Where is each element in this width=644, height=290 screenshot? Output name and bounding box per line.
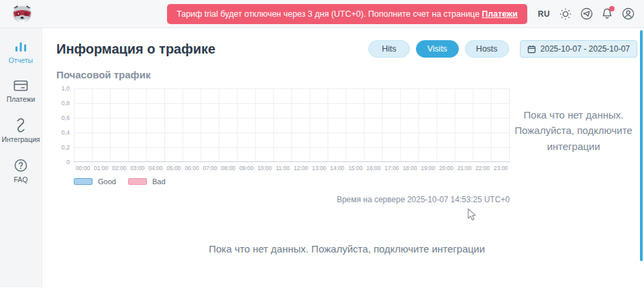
x-axis-tick: 08:00: [219, 165, 237, 171]
x-axis-tick: 11:00: [274, 165, 292, 171]
app-window: Тариф trial будет отключен через 3 дня (…: [0, 0, 644, 287]
sidebar-item-label: FAQ: [13, 175, 28, 184]
theme-sun-icon[interactable]: [559, 7, 572, 21]
x-axis-tick: 06:00: [183, 165, 201, 171]
legend-label: Bad: [152, 177, 166, 186]
telegram-icon[interactable]: [580, 7, 593, 21]
x-axis-tick: 09:00: [237, 165, 256, 171]
sidebar-item-reports[interactable]: Отчеты: [0, 40, 42, 64]
x-axis-tick: 07:00: [201, 165, 219, 171]
raccoon-logo-icon: [11, 4, 34, 24]
x-axis-tick: 17:00: [382, 165, 400, 171]
y-axis-ticks: 1,00,80,60,40,20: [56, 88, 74, 162]
legend-entry-bad: Bad: [128, 177, 166, 186]
page-body: Отчеты Платежи Интеграция: [0, 28, 644, 287]
x-axis-tick: 10:00: [256, 165, 274, 171]
chart-row: 1,00,80,60,40,20 00:0001:0002:0003:0004:…: [56, 88, 637, 204]
language-switcher[interactable]: RU: [537, 8, 551, 20]
tab-visits[interactable]: Visits: [416, 40, 459, 58]
x-axis-tick: 12:00: [292, 165, 310, 171]
raccoon-logo[interactable]: [11, 3, 34, 25]
account-icon[interactable]: [621, 7, 635, 21]
top-header: Тариф trial будет отключен через 3 дня (…: [0, 0, 644, 28]
bad-swatch: [128, 178, 147, 185]
legend-label: Good: [98, 177, 116, 186]
x-axis-tick: 05:00: [164, 165, 182, 171]
trial-warning-banner: Тариф trial будет отключен через 3 дня (…: [167, 4, 527, 24]
server-time: Время на сервере 2025-10-07 14:53:25 UTC…: [56, 195, 510, 204]
chart-legend: Good Bad: [74, 177, 510, 186]
sidebar-item-payments[interactable]: Платежи: [0, 79, 42, 103]
integration-link-icon: [13, 118, 28, 133]
sidebar-item-integration[interactable]: Интеграция: [0, 118, 42, 143]
x-axis-tick: 01:00: [92, 165, 110, 171]
hourly-traffic-chart: 1,00,80,60,40,20 00:0001:0002:0003:0004:…: [56, 88, 510, 204]
sidebar: Отчеты Платежи Интеграция: [0, 28, 42, 287]
vertical-scrollbar-thumb[interactable]: [640, 30, 643, 261]
question-circle-icon: [13, 158, 28, 173]
good-swatch: [74, 178, 93, 185]
x-axis-tick: 02:00: [110, 165, 128, 171]
sidebar-item-faq[interactable]: FAQ: [0, 158, 42, 184]
tab-hosts[interactable]: Hosts: [465, 40, 509, 58]
header-controls: RU: [537, 7, 635, 21]
legend-entry-good: Good: [74, 177, 116, 186]
chart-section-title: Почасовой трафик: [56, 69, 637, 80]
date-range-picker[interactable]: 2025-10-07 - 2025-10-07: [520, 40, 637, 58]
x-axis-tick: 03:00: [128, 165, 146, 171]
calendar-icon: [527, 45, 536, 54]
sidebar-item-label: Отчеты: [9, 56, 33, 64]
chart-empty-state: Пока что нет данных. Пожалуйста, подключ…: [510, 88, 637, 204]
x-axis-ticks: 00:0001:0002:0003:0004:0005:0006:0007:00…: [74, 165, 510, 171]
x-axis-tick: 22:00: [474, 165, 492, 171]
x-axis-tick: 14:00: [328, 165, 346, 171]
payment-card-icon: [13, 79, 29, 92]
page-title: Информация о трафике: [56, 42, 215, 57]
sidebar-item-label: Платежи: [7, 95, 36, 103]
x-axis-tick: 18:00: [401, 165, 419, 171]
notification-badge-dot: [609, 6, 614, 11]
banner-text: Тариф trial будет отключен через 3 дня (…: [176, 9, 482, 19]
metric-tabs: Hits Visits Hosts: [368, 40, 509, 58]
banner-payments-link[interactable]: Платежи: [482, 9, 517, 19]
empty-state-message: Пока что нет данных. Пожалуйста, подключ…: [511, 107, 636, 154]
x-axis-tick: 15:00: [346, 165, 364, 171]
chart-plot-area: [74, 88, 510, 162]
x-axis-tick: 19:00: [419, 165, 437, 171]
date-range-value: 2025-10-07 - 2025-10-07: [541, 44, 630, 54]
bottom-empty-state-message: Пока что нет данных. Пожалуйста, подключ…: [56, 243, 637, 255]
notifications-bell-icon[interactable]: [600, 7, 614, 21]
bar-chart-icon: [13, 40, 28, 54]
x-axis-tick: 20:00: [437, 165, 455, 171]
x-axis-tick: 23:00: [492, 165, 510, 171]
x-axis-tick: 04:00: [146, 165, 164, 171]
sidebar-item-label: Интеграция: [2, 135, 40, 143]
x-axis-tick: 16:00: [364, 165, 382, 171]
main-content: Информация о трафике Hits Visits Hosts 2…: [42, 28, 644, 287]
tab-hits[interactable]: Hits: [368, 40, 410, 58]
x-axis-tick: 13:00: [310, 165, 328, 171]
title-row: Информация о трафике Hits Visits Hosts 2…: [56, 40, 637, 58]
x-axis-tick: 21:00: [455, 165, 474, 171]
x-axis-tick: 00:00: [74, 165, 92, 171]
